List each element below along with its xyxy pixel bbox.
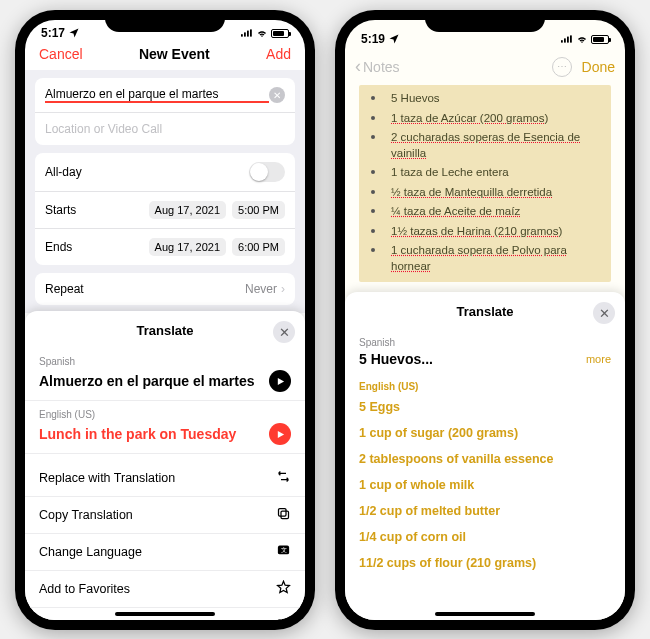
location-arrow-icon bbox=[68, 27, 80, 39]
wifi-icon bbox=[256, 27, 268, 39]
action-label: Copy Translation bbox=[39, 508, 276, 522]
target-block: English (US) Lunch in the park on Tuesda… bbox=[25, 401, 305, 454]
action-label: Open in Translate bbox=[39, 619, 276, 620]
notch bbox=[105, 10, 225, 32]
starts-label: Starts bbox=[45, 203, 143, 217]
target-text: Lunch in the park on Tuesday bbox=[39, 426, 269, 442]
all-day-toggle[interactable] bbox=[249, 162, 285, 182]
add-to-favorites-button[interactable]: Add to Favorites bbox=[25, 571, 305, 608]
battery-icon bbox=[591, 35, 609, 44]
event-title-row[interactable]: Almuerzo en el parque el martes ✕ bbox=[35, 78, 295, 113]
svg-rect-9 bbox=[561, 40, 563, 42]
home-indicator[interactable] bbox=[115, 612, 215, 616]
ends-date[interactable]: Aug 17, 2021 bbox=[149, 238, 226, 256]
action-label: Add to Favorites bbox=[39, 582, 276, 596]
more-options-button[interactable]: ⋯ bbox=[552, 57, 572, 77]
svg-rect-0 bbox=[241, 34, 243, 36]
phone-frame-right: 5:19 ‹ Notes ⋯ Done bbox=[335, 10, 635, 630]
action-label: Replace with Translation bbox=[39, 471, 276, 485]
list-item: 1½ tazas de Harina (210 gramos) bbox=[365, 222, 605, 242]
list-item: ¼ taza de Aceite de maíz bbox=[365, 202, 605, 222]
external-link-icon bbox=[276, 617, 291, 620]
list-item: 5 Huevos bbox=[365, 89, 605, 109]
translation-item: 11/2 cups of flour (210 grams) bbox=[359, 550, 611, 576]
page-title: New Event bbox=[139, 46, 210, 62]
svg-rect-2 bbox=[247, 31, 249, 37]
svg-rect-4 bbox=[281, 511, 289, 519]
ends-time[interactable]: 6:00 PM bbox=[232, 238, 285, 256]
source-block: Spanish Almuerzo en el parque el martes bbox=[25, 348, 305, 401]
note-body[interactable]: 5 Huevos 1 taza de Azúcar (200 gramos) 2… bbox=[345, 83, 625, 284]
copy-translation-button[interactable]: Copy Translation bbox=[25, 497, 305, 534]
translation-item: 1/4 cup of corn oil bbox=[359, 524, 611, 550]
all-day-row: All-day bbox=[35, 153, 295, 192]
done-button[interactable]: Done bbox=[582, 59, 615, 75]
translate-title: Translate bbox=[456, 304, 513, 319]
chevron-left-icon[interactable]: ‹ bbox=[355, 56, 361, 77]
close-sheet-button[interactable]: ✕ bbox=[273, 321, 295, 343]
repeat-label: Repeat bbox=[45, 282, 245, 296]
battery-icon bbox=[271, 29, 289, 38]
svg-text:文: 文 bbox=[281, 546, 287, 553]
svg-rect-1 bbox=[244, 32, 246, 36]
wifi-icon bbox=[576, 33, 588, 45]
signal-icon bbox=[561, 33, 573, 45]
clear-text-icon[interactable]: ✕ bbox=[269, 87, 285, 103]
play-source-button[interactable] bbox=[269, 370, 291, 392]
starts-row[interactable]: Starts Aug 17, 2021 5:00 PM bbox=[35, 192, 295, 229]
language-icon: 文 bbox=[276, 543, 291, 561]
replace-with-translation-button[interactable]: Replace with Translation bbox=[25, 460, 305, 497]
translation-item: 5 Eggs bbox=[359, 394, 611, 420]
target-lang-label: English (US) bbox=[359, 381, 611, 392]
source-text: 5 Huevos... bbox=[359, 351, 586, 367]
translation-list: 5 Eggs 1 cup of sugar (200 grams) 2 tabl… bbox=[345, 394, 625, 586]
svg-rect-12 bbox=[570, 35, 572, 42]
notch bbox=[425, 10, 545, 32]
svg-rect-5 bbox=[279, 509, 287, 517]
cancel-button[interactable]: Cancel bbox=[39, 46, 83, 62]
ends-row[interactable]: Ends Aug 17, 2021 6:00 PM bbox=[35, 229, 295, 265]
source-lang-label: Spanish bbox=[39, 356, 291, 367]
status-time: 5:19 bbox=[361, 32, 385, 46]
list-item: 1 taza de Leche entera bbox=[365, 163, 605, 183]
translation-item: 2 tablespoons of vanilla essence bbox=[359, 446, 611, 472]
star-icon bbox=[276, 580, 291, 598]
target-lang-label: English (US) bbox=[39, 409, 291, 420]
location-input[interactable]: Location or Video Call bbox=[45, 122, 162, 136]
starts-time[interactable]: 5:00 PM bbox=[232, 201, 285, 219]
svg-rect-11 bbox=[567, 37, 569, 43]
add-button[interactable]: Add bbox=[266, 46, 291, 62]
location-arrow-icon bbox=[388, 33, 400, 45]
change-language-button[interactable]: Change Language 文 bbox=[25, 534, 305, 571]
svg-rect-3 bbox=[250, 29, 252, 36]
ends-label: Ends bbox=[45, 240, 143, 254]
repeat-value: Never bbox=[245, 282, 277, 296]
repeat-row[interactable]: Repeat Never › bbox=[35, 273, 295, 305]
phone-frame-left: 5:17 Cancel New Event Add bbox=[15, 10, 315, 630]
home-indicator[interactable] bbox=[435, 612, 535, 616]
screen-left: 5:17 Cancel New Event Add bbox=[25, 20, 305, 620]
play-target-button[interactable] bbox=[269, 423, 291, 445]
back-button[interactable]: Notes bbox=[363, 59, 400, 75]
translation-item: 1 cup of whole milk bbox=[359, 472, 611, 498]
list-item: 2 cucharadas soperas de Esencia de vaini… bbox=[365, 128, 605, 163]
event-form: Almuerzo en el parque el martes ✕ Locati… bbox=[25, 70, 305, 313]
status-time: 5:17 bbox=[41, 26, 65, 40]
replace-icon bbox=[276, 469, 291, 487]
starts-date[interactable]: Aug 17, 2021 bbox=[149, 201, 226, 219]
title-input[interactable]: Almuerzo en el parque el martes bbox=[45, 87, 269, 103]
source-block: Spanish 5 Huevos... more bbox=[345, 329, 625, 375]
translate-sheet: Translate ✕ Spanish 5 Huevos... more Eng… bbox=[345, 292, 625, 620]
translation-item: 1 cup of sugar (200 grams) bbox=[359, 420, 611, 446]
location-row[interactable]: Location or Video Call bbox=[35, 113, 295, 145]
action-label: Change Language bbox=[39, 545, 276, 559]
svg-rect-8 bbox=[279, 620, 289, 621]
more-button[interactable]: more bbox=[586, 353, 611, 365]
svg-rect-10 bbox=[564, 38, 566, 42]
signal-icon bbox=[241, 27, 253, 39]
list-item: 1 cucharada sopera de Polvo para hornear bbox=[365, 241, 605, 276]
list-item: ½ taza de Mantequilla derretida bbox=[365, 183, 605, 203]
close-sheet-button[interactable]: ✕ bbox=[593, 302, 615, 324]
new-event-nav: Cancel New Event Add bbox=[25, 40, 305, 70]
notes-nav: ‹ Notes ⋯ Done bbox=[345, 52, 625, 83]
